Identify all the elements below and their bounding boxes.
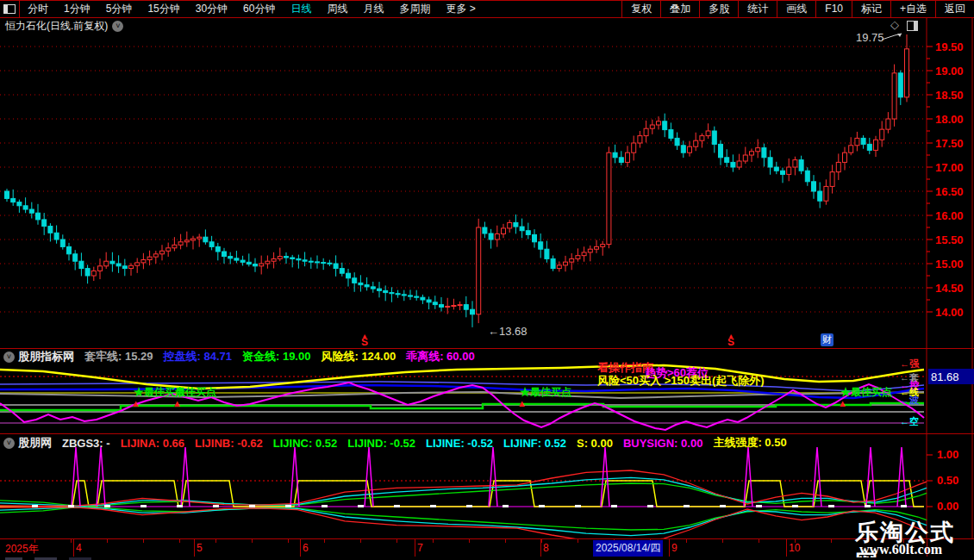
week-tick: [179, 539, 180, 543]
panel2-side-label: ←强: [900, 358, 919, 370]
week-tick: [505, 539, 506, 543]
indicator-line: [601, 447, 609, 507]
indicator-line: [744, 447, 752, 507]
layout-toggle-button[interactable]: [0, 1, 20, 17]
period-tab-分时[interactable]: 分时: [20, 2, 56, 16]
week-tick: [433, 539, 434, 543]
date-label: 8: [543, 542, 549, 554]
indicator-line: [489, 447, 497, 507]
zero-line-marker: [285, 505, 291, 507]
date-label: 9: [671, 542, 677, 554]
zero-line-marker: [358, 505, 364, 507]
period-tab-1分钟[interactable]: 1分钟: [56, 2, 98, 16]
zero-line-marker: [647, 505, 653, 507]
zero-line-marker: [539, 505, 545, 507]
period-tab-15分钟[interactable]: 15分钟: [140, 2, 187, 16]
panel2-side-label: ←波: [900, 394, 919, 407]
period-tab-60分钟[interactable]: 60分钟: [235, 2, 283, 16]
toolbar-button-返回[interactable]: 返回: [935, 1, 974, 17]
date-separator: [786, 539, 787, 557]
indicator3-tick-label: 0.50: [937, 474, 958, 487]
week-tick: [34, 539, 35, 543]
trading-app-window: 分时1分钟5分钟15分钟30分钟60分钟日线周线月线多周期更多 > 复权叠加多股…: [0, 0, 974, 560]
period-tab-30分钟[interactable]: 30分钟: [188, 2, 235, 16]
zero-line-marker: [104, 505, 110, 507]
zero-line-marker: [177, 505, 183, 507]
date-label: 5: [197, 542, 203, 554]
date-label: 7: [417, 542, 423, 554]
current-date-badge: 2025/08/14/四: [593, 540, 663, 557]
zero-line-marker: [68, 505, 74, 507]
indicator-line: [897, 447, 906, 507]
toolbar-button-+自选[interactable]: +自选: [890, 1, 935, 17]
buy-point-label: ★最佳买点: [520, 385, 571, 400]
zero-line-marker: [213, 505, 219, 507]
week-tick: [107, 539, 108, 543]
high-price-note: 19.75: [856, 31, 884, 44]
week-tick: [396, 539, 397, 543]
indicator3-chart[interactable]: [0, 447, 927, 538]
zero-line-marker: [792, 505, 798, 507]
indicator3-tick-label: 1.00: [937, 448, 958, 461]
date-separator: [300, 539, 301, 557]
indicator2-value-badge: 81.68: [928, 369, 974, 384]
toolbar-button-标记[interactable]: 标记: [852, 1, 890, 17]
zero-line-marker: [865, 505, 871, 507]
period-tab-日线[interactable]: 日线: [283, 2, 319, 16]
toolbar-button-画线[interactable]: 画线: [777, 1, 815, 17]
date-label: 6: [303, 542, 309, 554]
toolbar-button-多股[interactable]: 多股: [699, 1, 738, 17]
week-tick: [795, 539, 796, 543]
zero-line-marker: [394, 505, 400, 507]
period-tab-更多 >[interactable]: 更多 >: [438, 2, 483, 16]
news-badge[interactable]: 财: [821, 333, 834, 346]
toolbar-button-F10[interactable]: F10: [815, 1, 852, 17]
date-separator: [669, 539, 670, 557]
week-tick: [469, 539, 470, 543]
panel2-note: 风险<50买入 >150卖出(起飞除外): [597, 373, 765, 389]
zero-line-marker: [140, 505, 147, 507]
low-price-note: ←13.68: [488, 325, 528, 338]
indicator-line: [181, 447, 190, 507]
zero-line-marker: [32, 505, 38, 507]
period-toolbar: 分时1分钟5分钟15分钟30分钟60分钟日线周线月线多周期更多 > 复权叠加多股…: [0, 0, 974, 18]
week-tick: [360, 539, 361, 543]
indicator-line: [72, 447, 80, 507]
watermark-url: www.60lt.com: [859, 542, 942, 557]
period-tabs: 分时1分钟5分钟15分钟30分钟60分钟日线周线月线多周期更多 >: [20, 2, 484, 16]
date-axis-row: 2025年456789102025/08/14/四: [0, 538, 974, 558]
week-tick: [831, 539, 832, 543]
week-tick: [252, 539, 253, 543]
split-pane-icon: [3, 4, 16, 14]
toolbar-actions: 复权叠加多股统计画线F10标记+自选返回: [621, 1, 974, 17]
zero-line-marker: [611, 505, 617, 507]
money-signal-mark: ▲S: [361, 333, 368, 347]
indicator-line: [97, 447, 105, 507]
zero-line-marker: [430, 505, 436, 507]
zero-line-marker: [901, 505, 907, 507]
buy-point-label: 最佳买点: [175, 385, 216, 400]
money-signal-mark: ▲S: [727, 333, 734, 347]
week-tick: [71, 539, 72, 543]
zero-line-marker: [828, 505, 834, 507]
zero-line-marker: [684, 505, 690, 507]
period-tab-月线[interactable]: 月线: [355, 2, 391, 16]
indicator-line: [813, 447, 821, 507]
period-tab-周线[interactable]: 周线: [319, 2, 355, 16]
panel-divider: [0, 433, 974, 434]
date-separator: [415, 539, 415, 557]
zero-line-marker: [756, 505, 762, 507]
panel2-side-label: ←空: [900, 415, 919, 428]
toolbar-button-叠加[interactable]: 叠加: [660, 1, 699, 17]
date-separator: [194, 539, 195, 557]
week-tick: [324, 539, 325, 543]
zero-line-marker: [322, 505, 328, 507]
week-tick: [288, 539, 289, 543]
toolbar-button-复权[interactable]: 复权: [621, 1, 660, 17]
period-tab-5分钟[interactable]: 5分钟: [98, 2, 140, 16]
period-tab-多周期[interactable]: 多周期: [391, 2, 438, 16]
week-tick: [578, 539, 578, 543]
week-tick: [143, 539, 144, 543]
zero-line-marker: [575, 505, 581, 507]
toolbar-button-统计[interactable]: 统计: [738, 1, 777, 17]
